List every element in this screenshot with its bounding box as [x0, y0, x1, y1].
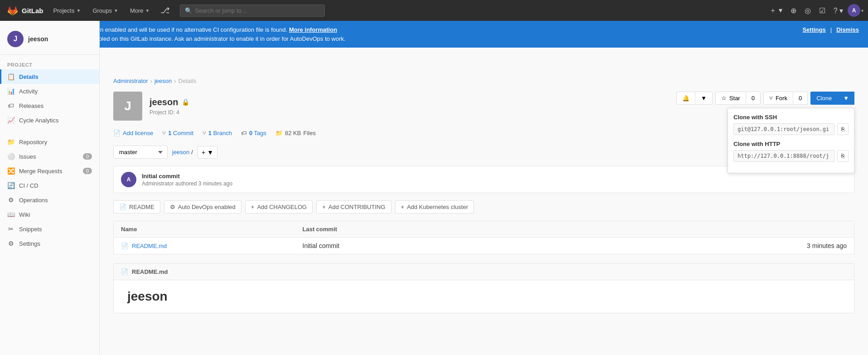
autodevops-banner: The Auto DevOps pipeline has been enable… — [0, 21, 868, 48]
readme-action-btn[interactable]: 📄 README — [113, 200, 160, 214]
sidebar-item-issues[interactable]: ⚪ Issues 0 — [0, 149, 99, 164]
project-name-row: jeeson 🔒 — [149, 97, 189, 107]
breadcrumb-admin[interactable]: Administrator — [113, 78, 148, 84]
project-id: Project ID: 4 — [149, 109, 189, 116]
file-link[interactable]: README.md — [132, 243, 167, 249]
sidebar-item-details[interactable]: 📋 Details — [0, 69, 99, 84]
gitlab-text: GitLab — [22, 7, 43, 15]
license-icon: 📄 — [113, 130, 121, 136]
add-license-link[interactable]: Add license — [123, 130, 153, 136]
branch-stat: ⑂ 1 Branch — [203, 130, 232, 136]
banner-more-link[interactable]: More information — [289, 26, 337, 33]
table-row: 📄 README.md Initial commit 3 minutes ago — [114, 238, 854, 254]
star-label: Star — [729, 95, 740, 102]
fork-label: Fork — [776, 95, 787, 102]
todo-icon-btn[interactable]: ☑ — [815, 4, 829, 18]
star-icon: ☆ — [721, 95, 727, 102]
commits-link[interactable]: 1 Commit — [168, 130, 193, 136]
sidebar-item-wiki[interactable]: 📖 Wiki — [0, 207, 99, 222]
snippets-icon: ✂ — [7, 225, 14, 233]
settings-icon: ⚙ — [7, 240, 14, 247]
tags-stat: 🏷 0 Tags — [241, 130, 266, 136]
merge-requests-icon: 🔀 — [7, 167, 14, 175]
sidebar-item-repository[interactable]: 📁 Repository — [0, 135, 99, 149]
project-path-link[interactable]: jeeson — [172, 149, 189, 156]
breadcrumb-jeeson[interactable]: jeeson — [154, 78, 172, 84]
notification-caret-btn[interactable]: ▼ — [695, 92, 713, 105]
size-value: 82 KB — [285, 130, 301, 136]
fork-icon: ⑂ — [769, 95, 773, 102]
help-btn[interactable]: ? ▾ — [830, 4, 847, 18]
clone-http-input[interactable] — [733, 150, 834, 162]
clone-caret-btn[interactable]: ▼ — [837, 92, 854, 105]
star-count-btn[interactable]: 0 — [746, 92, 761, 105]
clone-http-copy-btn[interactable]: ⎘ — [837, 150, 849, 162]
clone-http-title: Clone with HTTP — [733, 141, 849, 147]
sidebar-item-cycle-analytics[interactable]: 📈 Cycle Analytics — [0, 113, 99, 127]
more-menu-btn[interactable]: More ▼ — [125, 5, 154, 17]
issues-icon: ⚪ — [7, 153, 14, 160]
clone-btn[interactable]: Clone — [810, 92, 837, 105]
clone-ssh-input[interactable] — [733, 123, 834, 135]
sidebar-user-section: J jeeson — [0, 25, 99, 55]
contributing-action-btn[interactable]: + Add CONTRIBUTING — [316, 200, 391, 214]
breadcrumb-sep-2: › — [174, 78, 176, 84]
new-item-btn[interactable]: ＋ ▾ — [766, 3, 786, 18]
file-last-update: 3 minutes ago — [665, 242, 847, 249]
git-shortcut-btn[interactable]: ⎇ — [157, 4, 174, 17]
readme-btn-icon: 📄 — [119, 204, 126, 210]
sidebar-item-ci-cd[interactable]: 🔄 CI / CD — [0, 178, 99, 193]
sidebar-item-merge-requests[interactable]: 🔀 Merge Requests 0 — [0, 164, 99, 178]
star-btn[interactable]: ☆ Star — [715, 92, 746, 105]
sidebar-project-header: Project — [0, 58, 99, 69]
autodevops-action-btn[interactable]: ⚙ Auto DevOps enabled — [164, 200, 241, 214]
sidebar-item-label: CI / CD — [19, 182, 39, 189]
details-icon: 📋 — [7, 73, 14, 80]
col-last-commit: Last commit — [303, 226, 665, 233]
clone-label: Clone — [816, 95, 832, 102]
user-avatar-btn[interactable]: A — [848, 4, 860, 17]
new-file-btn[interactable]: + ▼ — [198, 146, 217, 159]
fork-btn-group: ⑂ Fork 0 — [763, 92, 808, 105]
branch-count: 1 — [208, 130, 212, 136]
sidebar-item-label: Wiki — [19, 211, 30, 218]
notification-btn[interactable]: 🔔 — [676, 92, 695, 105]
clone-ssh-title: Clone with SSH — [733, 114, 849, 121]
sidebar-item-releases[interactable]: 🏷 Releases — [0, 98, 99, 113]
page-layout: J jeeson Project 📋 Details 📊 Activity 🏷 … — [0, 68, 868, 322]
kubernetes-action-btn[interactable]: + Add Kubernetes cluster — [395, 200, 474, 214]
search-input[interactable] — [195, 7, 320, 14]
sidebar-item-snippets[interactable]: ✂ Snippets — [0, 222, 99, 236]
fork-count-btn[interactable]: 0 — [793, 92, 808, 105]
branch-select[interactable]: master — [113, 146, 168, 159]
sidebar-item-label: Snippets — [19, 226, 42, 233]
changelog-action-btn[interactable]: + Add CHANGELOG — [245, 200, 313, 214]
projects-menu-btn[interactable]: Projects ▼ — [49, 5, 86, 17]
sidebar-item-activity[interactable]: 📊 Activity — [0, 84, 99, 98]
fork-btn[interactable]: ⑂ Fork — [763, 92, 793, 105]
tags-link[interactable]: 0 Tags — [249, 130, 266, 136]
sidebar-item-operations[interactable]: ⚙ Operations — [0, 193, 99, 207]
groups-menu-btn[interactable]: Groups ▼ — [88, 5, 123, 17]
commits-stat: ⑂ 1 Commit — [162, 130, 193, 136]
plus-icon: + — [202, 149, 205, 156]
branch-link[interactable]: 1 Branch — [208, 130, 232, 136]
notification-btn-group: 🔔 ▼ — [676, 92, 713, 105]
merge-request-icon-btn[interactable]: ⊕ — [787, 4, 800, 18]
contributing-btn-label: Add CONTRIBUTING — [328, 204, 386, 210]
banner-dismiss-link[interactable]: Dismiss — [836, 25, 859, 34]
clone-ssh-copy-btn[interactable]: ⎘ — [837, 123, 849, 135]
lock-icon: 🔒 — [182, 98, 189, 106]
tags-icon: 🏷 — [241, 130, 247, 136]
banner-settings-link[interactable]: Settings — [802, 25, 825, 34]
issues-icon-btn[interactable]: ◎ — [801, 4, 815, 18]
sidebar-item-settings[interactable]: ⚙ Settings — [0, 236, 99, 251]
changelog-btn-icon: + — [251, 204, 255, 210]
gitlab-logo[interactable]: GitLab — [5, 5, 46, 16]
sidebar-username: jeeson — [28, 35, 48, 43]
commits-icon: ⑂ — [162, 130, 166, 136]
file-last-commit: Initial commit — [303, 242, 665, 249]
file-table-header: Name Last commit — [114, 221, 854, 238]
readme-header: 📄 README.md — [114, 264, 854, 280]
files-icon: 📁 — [275, 130, 283, 136]
